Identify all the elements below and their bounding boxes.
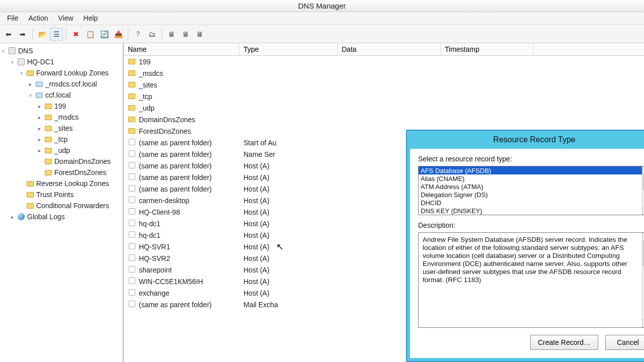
folder-icon [44,102,52,110]
description-scrollbar[interactable]: ▲ ▼ [642,233,644,327]
record-icon [128,266,136,273]
row-name: DomainDnsZones [139,116,195,124]
record-type-item[interactable]: DNS KEY (DNSKEY) [419,207,642,215]
folder-icon [26,69,34,77]
row-name: (same as parent folder) [139,301,212,309]
row-name: WIN-CC5E1KM56IH [139,278,203,286]
forward-icon[interactable]: ➡ [16,28,29,41]
expand-open-icon[interactable]: ▿ [18,70,24,76]
menu-view[interactable]: View [53,12,78,25]
tree-label: Forward Lookup Zones [36,69,109,77]
folder-icon [128,94,136,99]
row-name: (same as parent folder) [139,139,212,147]
row-type: Host (A) [239,243,338,251]
row-type: Host (A) [239,162,338,170]
tree-node[interactable]: Trust Points [0,189,123,200]
help-icon[interactable]: ？ [131,28,144,41]
folder-icon [128,117,136,122]
listbox-scrollbar[interactable]: ▲ ▼ [642,166,644,215]
dialog-title-bar[interactable]: Resource Record Type ✕ [407,131,644,149]
col-timestamp[interactable]: Timestamp [441,43,534,55]
tree-node[interactable]: ▸Global Logs [0,211,123,222]
refresh-icon[interactable]: 🔄 [98,28,111,41]
list-header: Name Type Data Timestamp [124,43,644,56]
expand-closed-icon[interactable]: ▸ [9,214,15,220]
col-data[interactable]: Data [338,43,441,55]
tree-node[interactable]: ▸_sites [0,123,123,134]
menu-help[interactable]: Help [78,12,103,25]
tree-label: Conditional Forwarders [36,202,109,210]
record-type-item[interactable]: DHCID [419,199,642,207]
record-type-item[interactable]: Alias (CNAME) [419,174,642,183]
expand-closed-icon[interactable]: ▸ [36,115,42,120]
tree-node[interactable]: ▿DNS [0,45,123,56]
tree-node[interactable]: DomainDnsZones [0,156,123,167]
expand-open-icon[interactable]: ▿ [9,59,15,65]
copy-icon[interactable]: 📋 [84,28,97,41]
tree-node[interactable]: ForestDnsZones [0,167,123,178]
menu-action[interactable]: Action [24,12,53,25]
row-name: _msdcs [139,69,163,77]
row-name: ForestDnsZones [139,127,191,135]
menu-file[interactable]: File [2,12,24,25]
folder-icon [128,59,136,64]
tree-label: _sites [54,124,73,132]
server-icon [17,58,25,66]
col-type[interactable]: Type [239,43,338,55]
create-record-button[interactable]: Create Record… [530,335,598,350]
tree-node[interactable]: ▸199 [0,101,123,112]
list-row[interactable]: DomainDnsZones [124,114,644,125]
record-icon [128,278,136,284]
folder-icon [26,202,34,210]
list-row[interactable]: 199 [124,56,644,67]
tree-node[interactable]: ▿ccf.local [0,89,123,101]
expand-closed-icon[interactable]: ▸ [36,137,42,142]
export-icon[interactable]: 📤 [112,28,125,41]
delete-icon[interactable]: ✖ [69,28,83,41]
expand-closed-icon[interactable]: ▸ [36,148,42,153]
record-icon [128,197,136,203]
list-row[interactable]: _tcp [124,90,644,102]
list-view-icon[interactable]: ☰ [50,28,63,41]
list-row[interactable]: _udp [124,102,644,114]
tree-node[interactable]: ▿HQ-DC1 [0,56,123,67]
server-icon-3[interactable]: 🖥 [193,28,206,41]
back-icon[interactable]: ⬅ [2,28,15,41]
tree-node[interactable]: ▿Forward Lookup Zones [0,67,123,78]
tree-pane[interactable]: ▿DNS▿HQ-DC1▿Forward Lookup Zones▸_msdcs.… [0,43,124,362]
record-type-item[interactable]: ATM Address (ATMA) [419,183,642,191]
tree-node[interactable]: Reverse Lookup Zones [0,178,123,189]
tree-node[interactable]: ▸_msdcs.ccf.local [0,78,123,89]
tree-node[interactable]: ▸_msdcs [0,112,123,123]
tree-node[interactable]: Conditional Forwarders [0,200,123,211]
tree-label: _udp [54,146,70,154]
tree-label: Reverse Lookup Zones [36,179,109,188]
select-type-label: Select a resource record type: [418,155,644,163]
folder-icon [26,179,34,188]
expand-open-icon[interactable]: ▿ [0,48,6,54]
expand-closed-icon[interactable]: ▸ [36,126,42,131]
server-icon-2[interactable]: 🖥 [179,28,192,41]
tree-node[interactable]: ▸_udp [0,145,123,156]
server-icon [8,47,16,55]
row-type: Host (A) [239,266,338,274]
row-name: HQ-Client-98 [139,208,180,216]
record-type-listbox[interactable]: AFS Database (AFSDB)Alias (CNAME)ATM Add… [418,166,644,215]
expand-closed-icon[interactable]: ▸ [27,81,33,87]
properties-icon[interactable]: 🗂 [145,28,158,41]
list-row[interactable]: _sites [124,79,644,90]
dialog-title: Resource Record Type [493,135,575,144]
col-name[interactable]: Name [124,43,239,55]
expand-closed-icon[interactable]: ▸ [36,104,42,109]
cancel-button[interactable]: Cancel [605,335,644,350]
record-type-item[interactable]: Delegation Signer (DS) [419,191,642,199]
list-pane[interactable]: Name Type Data Timestamp 199_msdcs_sites… [124,43,644,362]
expand-open-icon[interactable]: ▿ [27,93,33,98]
list-row[interactable]: _msdcs [124,67,644,79]
tree-node[interactable]: ▸_tcp [0,134,123,145]
record-type-item[interactable]: AFS Database (AFSDB) [419,166,642,174]
row-name: hq-dc1 [139,220,160,228]
record-icon [128,301,136,307]
up-folder-icon[interactable]: 📂 [36,28,49,41]
server-icon-1[interactable]: 🖥 [165,28,178,41]
